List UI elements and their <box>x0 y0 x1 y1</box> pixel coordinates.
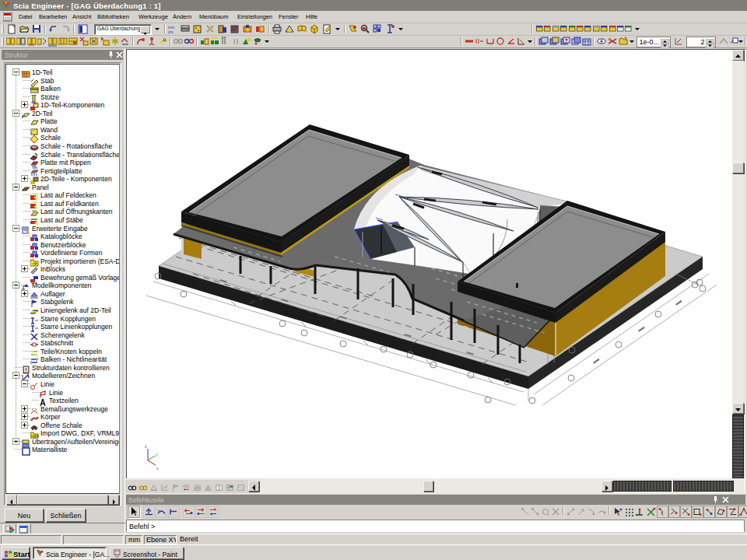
svg-text:y: y <box>156 452 158 457</box>
svg-text:z: z <box>145 444 147 449</box>
svg-text:cm: cm <box>168 30 174 34</box>
svg-text:ABS: ABS <box>194 485 201 488</box>
svg-text:ABC: ABC <box>183 485 191 488</box>
svg-text:x: x <box>156 466 159 471</box>
